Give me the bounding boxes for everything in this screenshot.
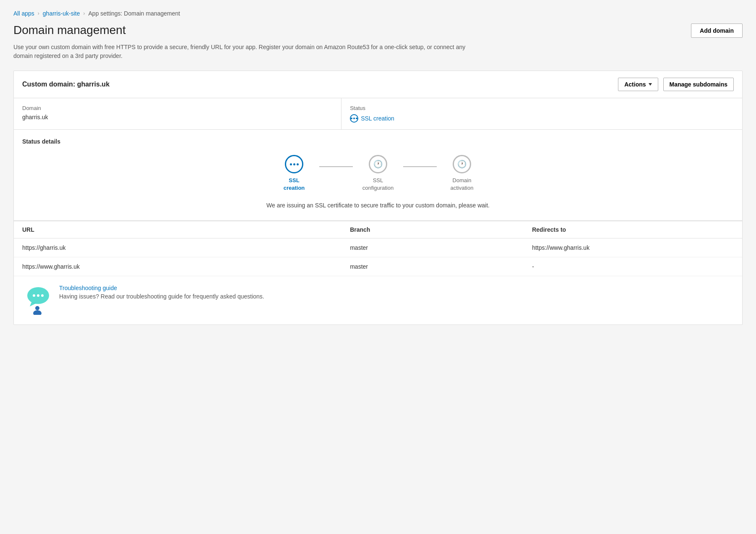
step-dot-3 <box>297 163 299 165</box>
step-label-ssl-creation: SSLcreation <box>284 177 305 192</box>
url-table: URL Branch Redirects to https://gharris.… <box>14 221 742 276</box>
page-description: Use your own custom domain with free HTT… <box>13 43 475 60</box>
col-header-url: URL <box>14 221 342 238</box>
actions-button[interactable]: Actions <box>618 78 658 91</box>
breadcrumb-sep-1: › <box>38 10 39 16</box>
table-cell-url-1: https://www.gharris.uk <box>14 257 342 276</box>
table-row: https://www.gharris.uk master - <box>14 257 742 276</box>
status-col: Status SSL creation <box>342 98 742 129</box>
status-icon <box>350 114 358 123</box>
ssl-message: We are issuing an SSL certificate to sec… <box>22 202 734 212</box>
breadcrumb: All apps › gharris-uk-site › App setting… <box>13 10 743 17</box>
status-value: SSL creation <box>361 115 394 122</box>
breadcrumb-app-name[interactable]: gharris-uk-site <box>43 10 80 17</box>
breadcrumb-all-apps[interactable]: All apps <box>13 10 34 17</box>
step-ssl-creation: SSLcreation <box>269 155 319 192</box>
actions-label: Actions <box>624 81 646 88</box>
card-header: Custom domain: gharris.uk Actions Manage… <box>14 71 742 98</box>
svg-point-1 <box>33 294 35 297</box>
table-cell-branch-1: master <box>342 257 524 276</box>
card-header-actions: Actions Manage subdomains <box>618 78 734 91</box>
step-dots <box>290 163 299 165</box>
clock-icon-1: 🕐 <box>373 160 383 169</box>
domain-col-label: Domain <box>22 105 333 111</box>
step-ssl-configuration: 🕐 SSLconfiguration <box>353 155 403 192</box>
table-cell-branch-0: master <box>342 238 524 257</box>
col-header-branch: Branch <box>342 221 524 238</box>
step-circle-ssl-creation <box>285 155 303 173</box>
step-circle-domain-activation: 🕐 <box>453 155 471 173</box>
troubleshooting-content: Troubleshooting guide Having issues? Rea… <box>59 285 264 300</box>
col-header-redirects: Redirects to <box>524 221 742 238</box>
domain-col: Domain gharris.uk <box>14 98 342 129</box>
troubleshooting-section: Troubleshooting guide Having issues? Rea… <box>14 276 742 325</box>
step-label-domain-activation: Domainactivation <box>451 177 474 192</box>
table-cell-redirects-0: https://www.gharris.uk <box>524 238 742 257</box>
svg-point-6 <box>33 310 42 315</box>
troubleshooting-link[interactable]: Troubleshooting guide <box>59 285 264 291</box>
domain-card: Custom domain: gharris.uk Actions Manage… <box>13 71 743 325</box>
clock-icon-2: 🕐 <box>457 160 467 169</box>
chat-icon <box>22 285 52 316</box>
svg-point-2 <box>37 294 39 297</box>
step-domain-activation: 🕐 Domainactivation <box>437 155 487 192</box>
step-dot-1 <box>290 163 292 165</box>
svg-point-5 <box>35 306 39 310</box>
domain-col-value: gharris.uk <box>22 114 333 120</box>
breadcrumb-current: App settings: Domain management <box>89 10 180 17</box>
table-row: https://gharris.uk master https://www.gh… <box>14 238 742 257</box>
step-label-ssl-configuration: SSLconfiguration <box>362 177 394 192</box>
domain-status-row: Domain gharris.uk Status SSL creation <box>14 98 742 130</box>
svg-point-3 <box>41 294 44 297</box>
troubleshooting-text: Having issues? Read our troubleshooting … <box>59 293 264 300</box>
status-badge: SSL creation <box>350 114 394 123</box>
table-cell-url-0: https://gharris.uk <box>14 238 342 257</box>
status-details-title: Status details <box>22 138 734 145</box>
table-cell-redirects-1: - <box>524 257 742 276</box>
step-dot-2 <box>293 163 295 165</box>
step-connector-1 <box>319 166 353 167</box>
page-header: Domain management Add domain <box>13 24 743 38</box>
status-details: Status details SSLcreation 🕐 <box>14 130 742 221</box>
card-title: Custom domain: gharris.uk <box>22 81 109 88</box>
status-col-label: Status <box>350 105 734 111</box>
chevron-down-icon <box>649 83 652 86</box>
steps-container: SSLcreation 🕐 SSLconfiguration 🕐 Domaina… <box>22 155 734 192</box>
add-domain-button[interactable]: Add domain <box>691 24 743 38</box>
page-title: Domain management <box>13 24 126 37</box>
breadcrumb-sep-2: › <box>83 10 85 16</box>
step-connector-2 <box>403 166 437 167</box>
step-circle-ssl-configuration: 🕐 <box>369 155 387 173</box>
manage-subdomains-button[interactable]: Manage subdomains <box>663 78 734 91</box>
